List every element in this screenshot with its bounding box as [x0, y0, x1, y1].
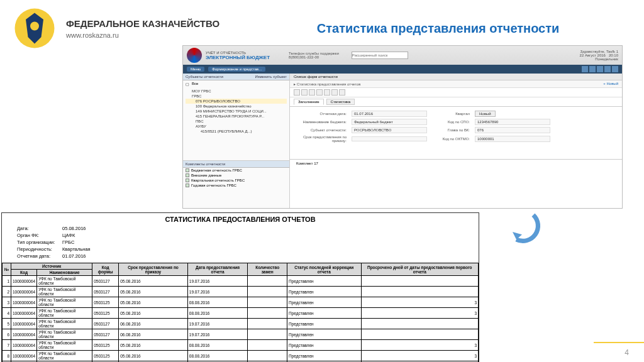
tool-icon[interactable] — [582, 66, 588, 72]
report-table: № Источник Код формы Срок предоставления… — [2, 263, 479, 362]
tree-node[interactable]: ГРБС — [186, 94, 287, 99]
val-spo: 1234567890 — [475, 119, 550, 125]
table-row: 61000000064УФК по Тамбовской области0503… — [3, 329, 479, 340]
val-srok[interactable] — [352, 136, 427, 141]
tree-node[interactable]: 415/0521 (РЕСПУБЛИКА Д...) — [186, 129, 287, 134]
checkbox-icon[interactable] — [186, 168, 189, 172]
tree-node-selected[interactable]: 076 РОСРЫБОЛОВСТВО — [186, 99, 287, 104]
report-meta: Дата:05.08.2016 Орган ФК:ЦАФК Тип органи… — [2, 224, 479, 263]
table-cell: 06.08.2016 — [119, 329, 188, 340]
action-icon[interactable] — [316, 89, 323, 96]
org-tree[interactable]: МОУ ГРБС ГРБС 076 РОСРЫБОЛОВСТВО 100 Фед… — [183, 87, 289, 135]
search-input[interactable] — [352, 52, 408, 59]
check-label: Квартальная отчетность ГРБС — [191, 178, 245, 182]
table-cell: 3 — [361, 308, 478, 319]
table-cell: 1000000064 — [11, 340, 37, 351]
tool-icon[interactable] — [612, 66, 618, 72]
val-subj[interactable]: РОСРЫБОЛОВСТВО — [352, 127, 427, 133]
menu-button[interactable]: Меню — [187, 67, 204, 72]
table-cell: 06.08.2016 — [119, 319, 188, 329]
checkbox-icon[interactable] — [186, 173, 189, 177]
filter-chip[interactable]: ▢ — [186, 82, 189, 86]
new-button[interactable]: + Новый — [603, 82, 618, 86]
forming-button[interactable]: Формирование и представ... — [208, 67, 265, 72]
table-cell: 0503127 — [92, 319, 119, 329]
table-cell: 05.08.2016 — [119, 340, 188, 351]
meta-val: 01.07.2016 — [62, 253, 464, 259]
th-status: Статус последней коррекции отчета — [287, 263, 362, 276]
th-kod: Код — [11, 270, 37, 276]
form-panel: Отчетная дата: 01.07.2016 Квартал Новый … — [290, 107, 622, 146]
action-icon[interactable] — [339, 89, 345, 96]
table-cell — [361, 276, 478, 287]
tree-node[interactable]: 149 МИНИСТЕРСТВО ТРУДА И СОЦИ... — [186, 109, 287, 114]
sidebar-section-2: Комплекты отчетности Бюджетная отчетност… — [183, 160, 289, 188]
action-icon[interactable] — [331, 89, 338, 96]
tool-icon[interactable] — [604, 66, 611, 72]
table-cell: 1000000064 — [11, 276, 37, 287]
tool-icon[interactable] — [589, 66, 596, 72]
val-budget[interactable]: Федеральный бюджет — [352, 119, 427, 125]
table-cell — [248, 287, 287, 297]
tree-node[interactable]: 415 ГЕНЕРАЛЬНАЯ ПРОКУРАТУРА Р... — [186, 114, 287, 119]
brand-title: ЭЛЕКТРОННЫЙ БЮДЖЕТ — [206, 55, 270, 60]
table-cell: 4 — [3, 308, 11, 319]
table-cell: 1 — [3, 276, 11, 287]
table-cell — [361, 287, 478, 297]
table-cell: 5 — [3, 319, 11, 329]
table-cell: 19.07.2016 — [187, 329, 248, 340]
table-cell: УФК по Тамбовской области — [37, 308, 92, 319]
tree-node[interactable]: МОУ ГРБС — [186, 89, 287, 94]
table-cell: Представлен — [287, 351, 362, 361]
tabs: Заполнение Статистика — [290, 97, 622, 107]
lbl-budget: Наименование бюджета: — [296, 120, 347, 124]
table-cell: 1000000064 — [11, 287, 37, 297]
table-row: 81000000064УФК по Тамбовской области0503… — [3, 351, 479, 361]
checkbox-icon[interactable] — [186, 184, 189, 187]
checkbox-icon[interactable] — [186, 178, 189, 182]
tree-node[interactable]: АУ/БУ — [186, 124, 287, 129]
table-row: 21000000064УФК по Тамбовской области0503… — [3, 287, 479, 297]
action-icon[interactable] — [301, 89, 308, 96]
table-cell — [248, 276, 287, 287]
table-cell: 05.08.2016 — [119, 287, 188, 297]
meta-lbl: Тип организации: — [17, 239, 62, 245]
tab-statistics[interactable]: Статистика — [326, 99, 355, 105]
tab-filling[interactable]: Заполнение — [294, 99, 324, 105]
check-label: Бюджетная отчетность ГРБС — [191, 168, 242, 172]
checklist-item[interactable]: Квартальная отчетность ГРБС — [183, 178, 289, 183]
table-cell: 0503127 — [92, 287, 119, 297]
table-cell — [361, 329, 478, 340]
table-cell: 6 — [3, 329, 11, 340]
table-cell: Представлен — [287, 319, 362, 329]
checklist-item[interactable]: Внешние данные — [183, 173, 289, 178]
tree-node[interactable]: 100 Федеральное казначейство — [186, 104, 287, 109]
tool-icon[interactable] — [597, 66, 603, 72]
checklist-item[interactable]: Бюджетная отчетность ГРБС — [183, 168, 289, 173]
table-cell: УФК по Тамбовской области — [37, 340, 92, 351]
table-row: 41000000064УФК по Тамбовской области0503… — [3, 308, 479, 319]
sidebar: Субъекты отчетности Изменить субъект ▢ В… — [183, 74, 290, 208]
action-icon[interactable] — [294, 89, 300, 96]
filter-all[interactable]: Все — [192, 82, 198, 86]
search-box[interactable] — [352, 52, 408, 59]
side-title-1: Субъекты отчетности — [186, 75, 223, 79]
table-cell — [248, 297, 287, 308]
val-date[interactable]: 01.07.2016 — [352, 111, 427, 117]
tree-node[interactable]: ПБС — [186, 119, 287, 124]
table-cell: 1000000064 — [11, 329, 37, 340]
table-cell: УФК по Тамбовской области — [37, 276, 92, 287]
org-url: www.roskazna.ru — [66, 31, 219, 39]
accent-line — [594, 342, 644, 343]
side-title-2[interactable]: Изменить субъект — [255, 75, 287, 79]
table-cell — [248, 308, 287, 319]
table-cell — [248, 319, 287, 329]
new-btn[interactable]: Новый — [475, 111, 496, 117]
action-icon[interactable] — [309, 89, 315, 96]
mini-toolbar — [290, 88, 622, 97]
checklist-item[interactable]: Годовая отчетность ГРБС — [183, 183, 289, 188]
action-icon[interactable] — [324, 89, 330, 96]
check-label: Годовая отчетность ГРБС — [191, 184, 236, 187]
table-cell: 08.08.2016 — [187, 340, 248, 351]
table-cell: 0503125 — [92, 297, 119, 308]
